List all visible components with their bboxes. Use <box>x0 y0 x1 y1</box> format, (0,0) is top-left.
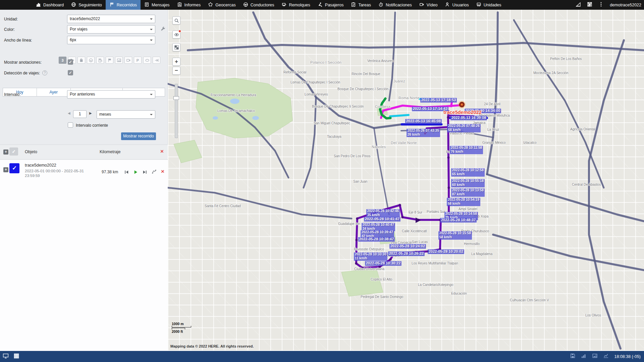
track-annotation[interactable]: 2022-05-28 10:30:22 <box>365 261 401 266</box>
track-annotation[interactable]: 2022-05-28 10:41:47 <box>364 217 400 222</box>
nav-item-mensajes[interactable]: Mensajes <box>141 0 173 10</box>
track-annotation[interactable]: 2022-05-28 10:48:37 <box>440 218 477 223</box>
expand-all-button[interactable]: + <box>3 149 8 155</box>
nav-item-label: Geocercas <box>215 3 235 7</box>
nav-item-vídeo[interactable]: Vídeo <box>416 0 441 10</box>
track-list: + ✓ trace5demo2022 2022-05-01 00:00:00 -… <box>0 160 168 351</box>
track-annotation[interactable]: 2022-05-26 07:43:3526 km/h <box>407 129 440 137</box>
chart-icon[interactable] <box>603 353 609 360</box>
map-slider-handle[interactable] <box>173 96 179 100</box>
nav-item-usuarios[interactable]: Usuarios <box>441 0 472 10</box>
track-annotation[interactable]: 2022-05-28 10:42:4635 km/h <box>366 209 400 218</box>
route-replay-icon[interactable] <box>152 169 157 174</box>
select-all-checkbox[interactable]: ✓ <box>9 147 18 156</box>
street-label: Iztacalco <box>523 141 536 144</box>
close-all-icon[interactable]: × <box>160 149 164 154</box>
trip-detection-checkbox[interactable]: ✓ <box>68 70 73 75</box>
route-point[interactable] <box>355 239 358 241</box>
remove-track-icon[interactable]: × <box>161 169 164 174</box>
row-checkbox[interactable]: ✓ <box>9 163 19 173</box>
nav-item-unidades[interactable]: Unidades <box>473 0 505 10</box>
period-unit-select[interactable]: meses <box>97 110 155 119</box>
route-point[interactable] <box>398 204 401 206</box>
ruler-icon[interactable] <box>576 2 581 8</box>
nav-item-label: Notificaciones <box>386 3 412 7</box>
nav-item-notificaciones[interactable]: Notificaciones <box>375 0 416 10</box>
track-annotation[interactable]: 2022-05-28 10:20:02 <box>428 249 464 254</box>
image-icon[interactable] <box>592 353 598 360</box>
track-annotation[interactable]: 2022-05-13 16:45:08 <box>405 119 442 124</box>
unit-select[interactable]: trace5demo2022 <box>67 15 155 23</box>
show-annotations-checkbox[interactable]: ✓ <box>68 59 73 65</box>
line-width-select[interactable]: 6px <box>67 36 155 44</box>
zoom-in-button[interactable]: + <box>172 58 180 66</box>
track-annotation[interactable]: 2022-05-28 10:24:02 <box>389 244 426 249</box>
apps-grid-icon[interactable] <box>587 2 592 8</box>
nav-item-informes[interactable]: Informes <box>173 0 205 10</box>
track-annotation[interactable]: 2022-05-28 10:33:3011 km/h <box>354 252 387 261</box>
street-label: Multifamiliar Tlalpan <box>428 261 458 265</box>
nav-item-tareas[interactable]: Tareas <box>347 0 375 10</box>
save-icon[interactable] <box>570 353 576 360</box>
route-point[interactable] <box>447 156 449 159</box>
map-slider-track[interactable] <box>175 84 178 138</box>
grid-icon[interactable] <box>13 353 19 360</box>
route-point[interactable] <box>356 217 358 220</box>
color-select[interactable]: Por viajes <box>67 25 155 34</box>
water-area <box>213 116 218 120</box>
expand-row-button[interactable]: + <box>3 167 8 172</box>
nav-item-remolques[interactable]: Remolques <box>278 0 314 10</box>
track-annotation[interactable]: 2022-05-28 10:55:1860 km/h <box>451 179 485 187</box>
street-label: Lomas De Chapultepec I Sección <box>290 80 340 84</box>
kebab-menu-icon[interactable] <box>598 2 604 8</box>
track-annotation[interactable]: 2022-05-28 10:13:5887 km/h <box>451 188 485 197</box>
line-width-label: Ancho de línea: <box>4 38 32 43</box>
track-annotation[interactable]: 2022-05-28 10:38:47 <box>358 237 395 242</box>
street-label: Los Reyes <box>412 261 427 265</box>
map-visibility-button[interactable] <box>172 31 180 39</box>
status-bar: 18:08:38 (-05) <box>0 351 644 362</box>
street-label: Del Valle Norte <box>391 141 417 145</box>
nav-item-pasajeros[interactable]: Pasajeros <box>314 0 347 10</box>
route-point[interactable] <box>355 262 357 264</box>
track-annotation[interactable]: 2022-05-13 17:18:53 <box>420 98 457 103</box>
track-annotation[interactable]: 2022-05-28 10:15:5858 km/h <box>438 231 472 240</box>
nav-item-geocercas[interactable]: Geocercas <box>204 0 239 10</box>
route-point[interactable] <box>447 186 450 189</box>
nav-item-seguimiento[interactable]: Seguimiento <box>67 0 106 10</box>
nav-item-label: Tareas <box>358 3 371 7</box>
route-point[interactable] <box>401 216 404 218</box>
interval-select[interactable]: Por anteriores <box>67 90 155 99</box>
route-point[interactable] <box>389 258 391 260</box>
track-annotation[interactable]: 2022-05-28 10:11:5876 km/h <box>450 146 483 154</box>
monitor-icon[interactable] <box>3 353 9 360</box>
nav-item-dashboard[interactable]: Dashboard <box>32 0 67 10</box>
show-track-button[interactable]: Mostrar recorrido <box>121 132 156 140</box>
track-annotation[interactable]: 2022-05-28 10:54:1958 km/h <box>447 198 480 206</box>
track-annotation[interactable]: 2022-05-28 10:26:22 <box>388 251 425 256</box>
username[interactable]: demotrace52022 <box>610 3 641 7</box>
nav-item-conductores[interactable]: Conductores <box>239 0 278 10</box>
map-canvas[interactable]: Polanco I SecciónVerónica AnzuresPeñón D… <box>168 10 644 351</box>
map-layers-button[interactable] <box>172 43 180 51</box>
street-label: Hermosillo <box>464 242 480 246</box>
track-annotation[interactable]: 2022-05-26 07:48:2658 km/h <box>447 124 481 132</box>
route-point[interactable] <box>447 116 449 118</box>
nav-item-label: Informes <box>184 3 201 7</box>
track-annotation[interactable]: 2022-05-28 10:12:5865 km/h <box>451 168 485 177</box>
track-annotation[interactable]: 2022-05-13 17:14:43 <box>412 107 448 111</box>
trailers-icon <box>282 2 287 8</box>
skip-end-icon[interactable] <box>142 170 148 175</box>
vehicle-marker-dot <box>461 104 463 106</box>
street-label: Ampl Sinatel <box>459 207 477 211</box>
zoom-out-button[interactable]: − <box>172 67 180 75</box>
play-icon[interactable] <box>133 170 139 175</box>
map-search-button[interactable] <box>172 16 180 24</box>
track-annotation[interactable]: 2022-05-13 16:39:08 <box>450 116 487 120</box>
row-object-name: trace5demo2022 <box>25 163 56 168</box>
nav-item-recorridos[interactable]: Recorridos <box>106 0 141 10</box>
skip-start-icon[interactable] <box>124 170 130 175</box>
current-interval-checkbox[interactable] <box>68 122 73 128</box>
help-icon[interactable]: ? <box>42 70 47 75</box>
signal-icon[interactable] <box>581 353 587 360</box>
